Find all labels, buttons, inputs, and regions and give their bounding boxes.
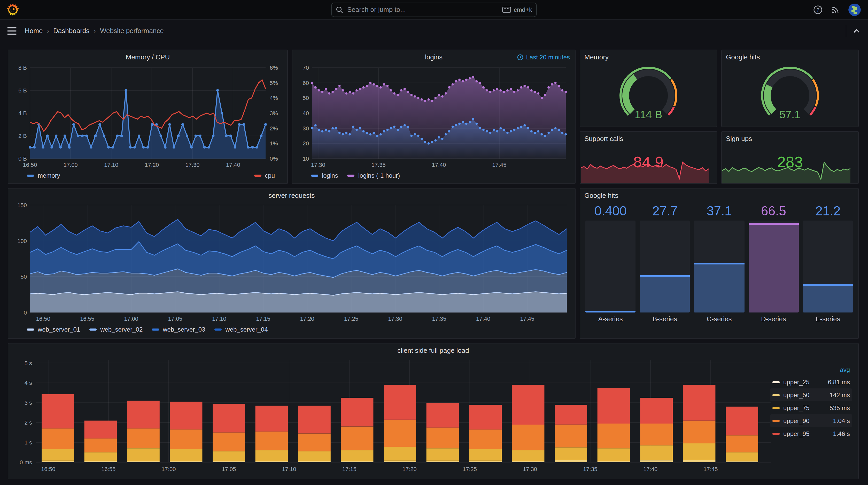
search-input[interactable] [346, 5, 499, 14]
shortcut-label: cmd+k [514, 6, 532, 13]
client-load-legend: avgupper_256.81 msupper_50142 msupper_75… [770, 364, 852, 440]
stacked-bar-segment-upper_75 [555, 447, 587, 460]
axis-tick-label: 17:25 [463, 466, 477, 472]
legend-item-memory[interactable]: memory [27, 172, 60, 179]
axis-tick-label: 4% [270, 95, 278, 101]
legend-item-cpu[interactable]: cpu [254, 172, 275, 179]
axis-tick-label: 17:20 [145, 162, 159, 168]
panel-logins: logins Last 20 minutes 1020304050607017:… [292, 50, 576, 184]
legend-item-web_server_01[interactable]: web_server_01 [27, 326, 80, 333]
stacked-bar-segment-upper_95 [383, 385, 416, 420]
legend-label: web_server_02 [100, 326, 143, 333]
stacked-bar-segment-upper_90 [255, 431, 288, 450]
memory-cpu-chart[interactable]: 0 B2 B4 B6 B8 B0%1%2%3%4%5%6%16:5017:001… [12, 63, 283, 170]
stacked-bar-segment-upper_50 [255, 461, 288, 462]
legend-label: upper_95 [783, 430, 833, 437]
panel-title[interactable]: Sign ups [726, 134, 854, 144]
user-avatar[interactable] [848, 3, 861, 16]
stacked-bar-segment-upper_75 [341, 450, 374, 461]
panel-title[interactable]: Memory [584, 52, 712, 63]
search-bar[interactable]: cmd+k [331, 2, 537, 17]
axis-tick-label: 100 [17, 238, 27, 244]
legend-swatch [772, 407, 780, 409]
axis-tick-label: 2 B [18, 133, 27, 139]
stacked-bar-segment-upper_50 [555, 460, 587, 462]
axis-tick-label: 6% [270, 65, 278, 71]
stacked-bar-segment-upper_90 [298, 433, 331, 451]
axis-tick-label: 4 s [25, 380, 32, 386]
stacked-bar-segment-upper_75 [640, 446, 673, 460]
panel-sign-ups: Sign ups 283 [721, 131, 859, 184]
stacked-bar-segment-upper_75 [383, 447, 416, 461]
legend-item-upper_25[interactable]: upper_256.81 ms [770, 376, 852, 388]
time-range-link[interactable]: Last 20 minutes [518, 54, 570, 61]
help-icon[interactable]: ? [813, 5, 823, 14]
legend-item[interactable]: logins (-1 hour) [347, 172, 400, 179]
stacked-bar-segment-upper_95 [427, 402, 459, 427]
bar-gauge-track [640, 221, 690, 313]
breadcrumb-dashboards[interactable]: Dashboards [53, 27, 89, 35]
legend-item[interactable]: logins [311, 172, 338, 179]
axis-tick-label: 17:30 [185, 162, 199, 168]
stacked-bar-segment-upper_50 [41, 461, 74, 462]
panel-title[interactable]: Google hits [726, 52, 854, 63]
stacked-bar-segment-upper_90 [512, 425, 545, 450]
stacked-bar-segment-upper_50 [640, 460, 673, 462]
axis-tick-label: 60 [303, 80, 309, 86]
stacked-bar-segment-upper_90 [597, 424, 630, 448]
panel-title[interactable]: Support calls [584, 134, 712, 144]
panel-title[interactable]: server requests [12, 191, 571, 201]
logins-chart[interactable]: 1020304050607017:3017:3517:4017:45 [297, 63, 571, 170]
panel-server-requests: server requests 05010015016:5016:5517:00… [8, 188, 576, 339]
legend-item-upper_75[interactable]: upper_75535 ms [770, 401, 852, 414]
axis-tick-label: 17:00 [161, 466, 176, 472]
axis-tick-label: 5 s [25, 360, 32, 366]
legend-item-web_server_02[interactable]: web_server_02 [89, 326, 143, 333]
stacked-bar-segment-upper_50 [383, 461, 416, 462]
stacked-bar-segment-upper_75 [726, 452, 758, 461]
legend-swatch [772, 420, 780, 422]
stacked-bar-segment-upper_90 [85, 439, 117, 452]
news-rss-icon[interactable] [831, 5, 840, 14]
bar-gauge-column-E-series: 21.2E-series [803, 203, 853, 325]
axis-tick-label: 17:45 [704, 466, 718, 472]
axis-tick-label: 70 [303, 65, 309, 71]
stacked-bar-segment-upper_75 [512, 450, 545, 461]
bar-gauge-track [748, 221, 799, 313]
panel-title[interactable]: Memory / CPU [12, 52, 283, 63]
stacked-bar-segment-upper_90 [469, 429, 502, 449]
legend-swatch [254, 174, 261, 176]
panel-title[interactable]: client side full page load [12, 346, 854, 356]
bar-gauge-label: B-series [640, 313, 690, 325]
chevron-up-icon[interactable] [852, 27, 861, 35]
stacked-bar-segment-upper_95 [41, 394, 74, 428]
client-load-chart[interactable]: 0 ms1 s2 s3 s4 s5 s16:5016:5517:0017:051… [12, 356, 854, 475]
stacked-bar-segment-upper_95 [512, 385, 545, 425]
panel-title[interactable]: Google hits [584, 191, 854, 201]
breadcrumb-home[interactable]: Home [25, 27, 43, 35]
axis-tick-label: 50 [21, 273, 27, 280]
legend-item-upper_50[interactable]: upper_50142 ms [770, 388, 852, 401]
bar-gauge-value: 0.400 [585, 203, 636, 221]
server-requests-chart[interactable]: 05010015016:5016:5517:0017:0517:1017:151… [12, 201, 571, 324]
legend-swatch [152, 328, 159, 330]
axis-tick-label: 17:15 [342, 466, 356, 472]
stacked-bar-segment-upper_95 [683, 385, 716, 420]
stacked-bar-segment-upper_95 [726, 407, 758, 435]
legend-item-upper_95[interactable]: upper_951.46 s [770, 427, 852, 440]
panel-google-hits-bars: Google hits 0.400A-series27.7B-series37.… [580, 188, 859, 339]
axis-tick-label: 17:45 [520, 316, 534, 322]
stacked-bar-segment-upper_50 [170, 461, 203, 462]
legend-swatch [772, 381, 780, 383]
legend-swatch [347, 174, 355, 176]
menu-toggle-icon[interactable] [7, 27, 17, 34]
grafana-logo[interactable] [6, 3, 20, 16]
legend-label: upper_75 [783, 404, 830, 411]
axis-tick-label: 20 [303, 140, 309, 147]
axis-tick-label: 17:10 [212, 316, 226, 322]
legend-item-web_server_04[interactable]: web_server_04 [214, 326, 268, 333]
stacked-bar-segment-upper_90 [213, 432, 245, 451]
legend-item-upper_90[interactable]: upper_901.04 s [770, 414, 852, 427]
legend-label: upper_50 [783, 391, 830, 398]
legend-item-web_server_03[interactable]: web_server_03 [152, 326, 205, 333]
